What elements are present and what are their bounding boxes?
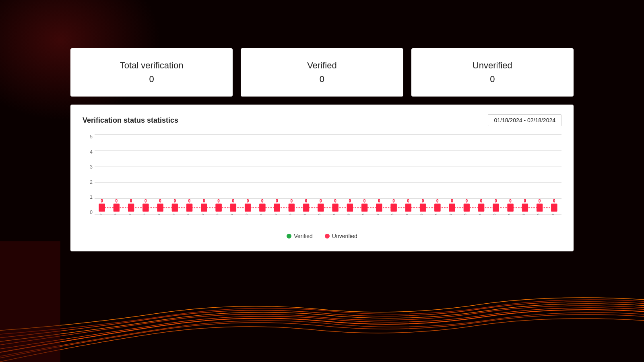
y-axis: 0 1 2 3 4 5 <box>83 134 93 215</box>
svg-text:0: 0 <box>378 198 380 203</box>
svg-text:16 Feb: 16 Feb <box>517 212 526 215</box>
svg-rect-56 <box>493 204 499 212</box>
svg-rect-24 <box>260 204 266 212</box>
y-label-4: 4 <box>83 150 93 154</box>
svg-text:0: 0 <box>349 198 351 203</box>
chart-panel: Verification status statistics 01/18/202… <box>70 105 574 251</box>
svg-text:0: 0 <box>539 198 541 203</box>
svg-rect-20 <box>230 204 236 212</box>
verified-legend-label: Verified <box>294 233 313 239</box>
svg-text:0: 0 <box>524 198 526 203</box>
svg-text:0: 0 <box>145 198 147 203</box>
svg-text:0: 0 <box>363 198 365 203</box>
unverified-title: Unverified <box>473 60 512 71</box>
svg-text:0: 0 <box>407 198 409 203</box>
svg-text:0: 0 <box>291 198 293 203</box>
svg-rect-16 <box>201 204 207 212</box>
svg-text:28 Jan: 28 Jan <box>239 212 248 215</box>
svg-text:0: 0 <box>334 198 336 203</box>
y-label-1: 1 <box>83 195 93 200</box>
svg-text:24 Jan: 24 Jan <box>181 212 190 215</box>
svg-rect-6 <box>128 204 134 212</box>
svg-text:05 Feb: 05 Feb <box>356 212 365 215</box>
legend-unverified: Unverified <box>325 233 357 239</box>
unverified-value: 0 <box>490 74 495 84</box>
chart-header: Verification status statistics 01/18/202… <box>83 114 561 126</box>
y-label-3: 3 <box>83 165 93 169</box>
svg-text:04 Feb: 04 Feb <box>342 212 351 215</box>
svg-rect-62 <box>537 204 543 212</box>
svg-text:29 Jan: 29 Jan <box>254 212 263 215</box>
chart-area: 0 1 2 3 4 5 <box>83 134 561 227</box>
verified-value: 0 <box>320 74 324 84</box>
wave-background <box>0 241 644 362</box>
chart-svg: 0 0 0 0 0 <box>95 134 561 215</box>
svg-text:01 Feb: 01 Feb <box>298 212 307 215</box>
svg-rect-36 <box>347 204 353 212</box>
svg-text:21 Jan: 21 Jan <box>138 212 147 215</box>
chart-legend: Verified Unverified <box>83 233 561 239</box>
svg-text:0: 0 <box>203 198 205 203</box>
svg-text:08 Feb: 08 Feb <box>400 212 409 215</box>
svg-text:03 Feb: 03 Feb <box>327 212 336 215</box>
svg-text:30 Jan: 30 Jan <box>269 212 278 215</box>
svg-text:0: 0 <box>466 198 468 203</box>
y-label-2: 2 <box>83 180 93 185</box>
svg-text:09 Feb: 09 Feb <box>415 212 423 215</box>
svg-rect-38 <box>361 204 367 212</box>
svg-text:0: 0 <box>262 198 264 203</box>
svg-rect-50 <box>449 204 455 212</box>
svg-rect-14 <box>186 204 192 212</box>
svg-text:0: 0 <box>320 198 322 203</box>
svg-rect-46 <box>420 204 426 212</box>
svg-rect-60 <box>522 204 528 212</box>
svg-rect-26 <box>274 204 280 212</box>
svg-text:19 Jan: 19 Jan <box>108 212 117 215</box>
svg-text:0: 0 <box>553 198 555 203</box>
total-verification-value: 0 <box>149 74 154 84</box>
unverified-legend-label: Unverified <box>332 233 357 239</box>
svg-text:0: 0 <box>422 198 424 203</box>
svg-rect-28 <box>289 204 295 212</box>
svg-text:12 Feb: 12 Feb <box>458 212 467 215</box>
svg-text:18 Jan: 18 Jan <box>95 212 103 215</box>
svg-rect-64 <box>551 204 557 212</box>
y-label-5: 5 <box>83 134 93 139</box>
svg-rect-22 <box>245 204 251 212</box>
svg-rect-2 <box>99 204 105 212</box>
svg-text:07 Feb: 07 Feb <box>385 212 394 215</box>
svg-text:17 Feb: 17 Feb <box>531 212 540 215</box>
svg-text:11 Feb: 11 Feb <box>444 212 452 215</box>
svg-text:0: 0 <box>101 198 103 203</box>
svg-rect-52 <box>464 204 470 212</box>
svg-text:06 Feb: 06 Feb <box>371 212 380 215</box>
svg-rect-8 <box>143 204 149 212</box>
svg-text:10 Feb: 10 Feb <box>429 212 438 215</box>
total-verification-card: Total verification 0 <box>70 48 233 97</box>
svg-text:0: 0 <box>218 198 220 203</box>
svg-rect-18 <box>216 204 222 212</box>
svg-rect-40 <box>376 204 382 212</box>
svg-text:0: 0 <box>159 198 161 203</box>
svg-text:0: 0 <box>276 198 278 203</box>
svg-text:02 Feb: 02 Feb <box>312 212 321 215</box>
svg-rect-48 <box>435 204 441 212</box>
date-range-picker[interactable]: 01/18/2024 - 02/18/2024 <box>488 114 561 126</box>
svg-text:20 Jan: 20 Jan <box>123 212 132 215</box>
total-verification-title: Total verification <box>120 60 184 71</box>
svg-text:0: 0 <box>116 198 118 203</box>
svg-rect-42 <box>391 204 397 212</box>
chart-inner: 0 0 0 0 0 <box>95 134 561 215</box>
svg-text:0: 0 <box>437 198 439 203</box>
svg-text:0: 0 <box>480 198 482 203</box>
svg-text:0: 0 <box>130 198 132 203</box>
chart-title: Verification status statistics <box>83 116 178 125</box>
svg-text:0: 0 <box>510 198 512 203</box>
y-label-0: 0 <box>83 210 93 215</box>
stats-row: Total verification 0 Verified 0 Unverifi… <box>70 48 574 97</box>
verified-card: Verified 0 <box>241 48 403 97</box>
svg-rect-44 <box>405 204 411 212</box>
svg-text:31 Jan: 31 Jan <box>283 212 292 215</box>
main-content: Total verification 0 Verified 0 Unverifi… <box>0 0 644 251</box>
svg-text:0: 0 <box>232 198 234 203</box>
